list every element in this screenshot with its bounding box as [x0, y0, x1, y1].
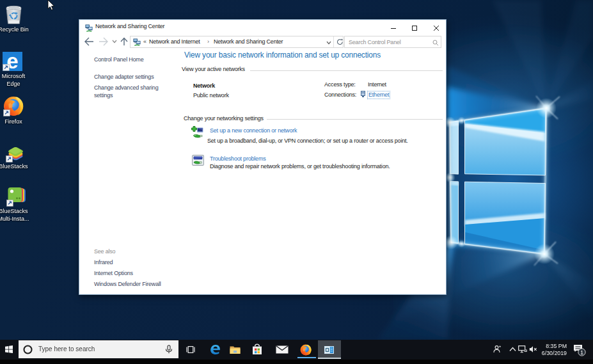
svg-text:1: 1 [580, 349, 583, 356]
